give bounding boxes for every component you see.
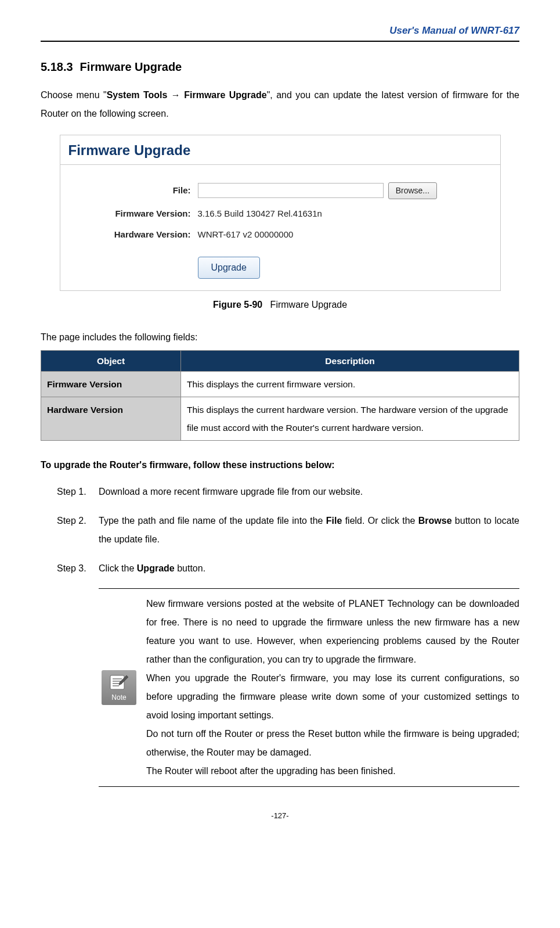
intro-bold-fwupgrade: Firmware Upgrade (180, 90, 267, 100)
step-item: Step 1.Download a more recent firmware u… (57, 483, 519, 501)
file-input[interactable] (198, 183, 384, 198)
table-row: Firmware VersionThis displays the curren… (41, 371, 519, 397)
step-text: Click the Upgrade button. (99, 559, 519, 578)
step-item: Step 2.Type the path and file name of th… (57, 512, 519, 549)
header-rule (41, 41, 519, 42)
page-number: -127- (41, 810, 519, 822)
screenshot-title: Firmware Upgrade (60, 135, 500, 165)
intro-paragraph: Choose menu "System Tools → Firmware Upg… (41, 86, 519, 123)
intro-prefix: Choose menu " (41, 90, 107, 100)
step-label: Step 3. (57, 559, 99, 578)
step-text: Download a more recent firmware upgrade … (99, 483, 519, 501)
hardware-version-label: Hardware Version: (72, 228, 198, 242)
intro-arrow: → (171, 90, 180, 100)
note-label: Note (102, 692, 136, 703)
description-cell: This displays the current hardware versi… (181, 397, 519, 440)
note-paragraph: The Router will reboot after the upgradi… (146, 762, 519, 780)
figure-caption: Figure 5-90 Firmware Upgrade (41, 298, 519, 312)
object-cell: Firmware Version (41, 371, 181, 397)
note-box: Note New firmware versions posted at the… (99, 588, 519, 787)
table-header-object: Object (41, 350, 181, 371)
table-header-description: Description (181, 350, 519, 371)
table-intro: The page includes the following fields: (41, 330, 519, 344)
steps-list: Step 1.Download a more recent firmware u… (41, 483, 519, 578)
section-heading: 5.18.3Firmware Upgrade (41, 58, 519, 75)
figure-text: Firmware Upgrade (270, 300, 347, 310)
section-title: Firmware Upgrade (80, 60, 182, 73)
instructions-title: To upgrade the Router's firmware, follow… (41, 458, 519, 472)
firmware-version-label: Firmware Version: (72, 207, 198, 221)
note-paragraph: Do not turn off the Router or press the … (146, 725, 519, 762)
step-label: Step 2. (57, 512, 99, 549)
object-cell: Hardware Version (41, 397, 181, 440)
document-header: User's Manual of WNRT-617 (41, 23, 519, 41)
firmware-upgrade-screenshot: Firmware Upgrade File: Browse... Firmwar… (60, 135, 501, 291)
object-description-table: Object Description Firmware VersionThis … (41, 350, 519, 441)
step-text: Type the path and file name of the updat… (99, 512, 519, 549)
note-icon-container: Note (99, 595, 139, 780)
hardware-version-value: WNRT-617 v2 00000000 (198, 228, 489, 242)
step-item: Step 3.Click the Upgrade button. (57, 559, 519, 578)
note-icon (109, 674, 129, 691)
description-cell: This displays the current firmware versi… (181, 371, 519, 397)
note-paragraph: When you upgrade the Router's firmware, … (146, 669, 519, 725)
figure-label: Figure 5-90 (213, 300, 262, 310)
table-row: Hardware VersionThis displays the curren… (41, 397, 519, 440)
upgrade-button[interactable]: Upgrade (198, 257, 260, 279)
note-paragraph: New firmware versions posted at the webs… (146, 595, 519, 669)
file-label: File: (72, 184, 198, 197)
intro-bold-systools: System Tools (107, 90, 171, 100)
firmware-version-value: 3.16.5 Build 130427 Rel.41631n (198, 207, 489, 221)
note-text: New firmware versions posted at the webs… (146, 595, 519, 780)
step-label: Step 1. (57, 483, 99, 501)
section-number: 5.18.3 (41, 60, 73, 73)
browse-button[interactable]: Browse... (388, 182, 437, 199)
